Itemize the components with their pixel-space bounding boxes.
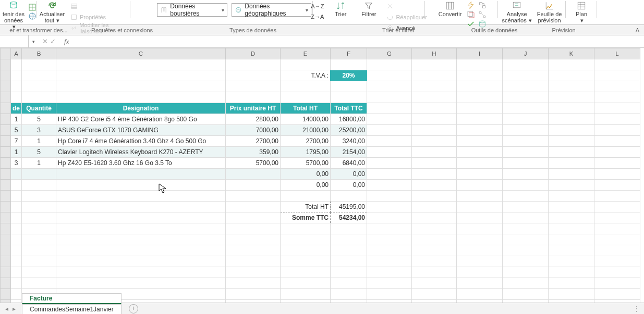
tab-nav-last-icon[interactable]: ▸ xyxy=(13,305,16,312)
cell[interactable] xyxy=(367,191,412,202)
cell[interactable] xyxy=(503,245,549,256)
forecast-sheet-button[interactable]: Feuille deprévision xyxy=(535,1,564,23)
cell[interactable] xyxy=(226,234,281,245)
cell-des[interactable]: Clavier Logitech Wireless Keyboard K270 … xyxy=(56,147,226,158)
cell[interactable] xyxy=(331,245,367,256)
row-header[interactable] xyxy=(1,147,11,158)
header-des[interactable]: Désignation xyxy=(56,103,226,114)
row-header[interactable] xyxy=(1,158,11,169)
cell[interactable] xyxy=(412,267,457,278)
sheet-tab[interactable]: CommandesSemaine1Janvier xyxy=(22,304,121,314)
cell[interactable] xyxy=(412,278,457,289)
cell[interactable] xyxy=(367,92,412,103)
cell[interactable] xyxy=(594,92,640,103)
cell[interactable] xyxy=(412,81,457,92)
col-header-A[interactable]: A xyxy=(11,48,22,59)
row-header[interactable] xyxy=(1,191,11,202)
total-ht-value[interactable]: 45195,00 xyxy=(331,202,367,212)
total-ttc-label[interactable]: Somme TTC xyxy=(281,212,331,223)
cell[interactable] xyxy=(457,59,503,70)
sort-button[interactable]: Trier xyxy=(327,1,354,17)
formula-input[interactable] xyxy=(73,35,644,47)
cell[interactable] xyxy=(503,234,549,245)
cell[interactable] xyxy=(56,267,226,278)
advanced-filter-button[interactable]: Avancé xyxy=(384,23,429,33)
header-ttc[interactable]: Total TTC xyxy=(331,103,367,114)
row-header[interactable] xyxy=(1,267,11,278)
sheet-tab[interactable]: Facture xyxy=(22,293,121,304)
cell[interactable] xyxy=(281,256,331,267)
row-header[interactable] xyxy=(1,169,11,180)
cell[interactable] xyxy=(226,59,281,70)
cell[interactable] xyxy=(22,59,56,70)
cell[interactable] xyxy=(56,278,226,289)
cell[interactable] xyxy=(281,59,331,70)
row-header[interactable] xyxy=(1,245,11,256)
row-header[interactable] xyxy=(1,92,11,103)
refresh-all-button[interactable]: Actualisertout ▾ xyxy=(38,1,66,23)
cell[interactable] xyxy=(594,234,640,245)
cell[interactable] xyxy=(594,59,640,70)
cell[interactable] xyxy=(11,92,22,103)
cell[interactable] xyxy=(331,289,367,300)
row-header[interactable] xyxy=(1,180,11,191)
cell[interactable] xyxy=(594,278,640,289)
cell[interactable] xyxy=(281,267,331,278)
cell-ttc[interactable]: 6840,00 xyxy=(331,158,367,169)
sheet-icon[interactable] xyxy=(28,3,37,11)
cell[interactable] xyxy=(226,267,281,278)
cell[interactable] xyxy=(549,81,594,92)
cell-des[interactable]: HP 430 G2 Core i5 4 éme Génération 8go 5… xyxy=(56,114,226,125)
cell[interactable] xyxy=(22,223,56,234)
select-all-cell[interactable] xyxy=(1,48,11,59)
cell[interactable] xyxy=(56,81,226,92)
cell-code[interactable]: 1 xyxy=(11,147,22,158)
datamodel-icon[interactable] xyxy=(478,20,487,28)
cell[interactable] xyxy=(281,245,331,256)
cell-des[interactable]: Hp Core i7 4 éme Générattion 3.40 Ghz 4 … xyxy=(56,136,226,147)
cell[interactable] xyxy=(594,256,640,267)
cell[interactable] xyxy=(281,223,331,234)
cell[interactable] xyxy=(281,92,331,103)
cell[interactable] xyxy=(281,234,331,245)
cell[interactable] xyxy=(367,234,412,245)
cell[interactable] xyxy=(457,234,503,245)
cell-tht[interactable]: 2700,00 xyxy=(281,136,331,147)
total-ht-label[interactable]: Total HT xyxy=(281,202,331,212)
cell-code[interactable]: 5 xyxy=(11,125,22,136)
cell[interactable] xyxy=(56,92,226,103)
cell[interactable] xyxy=(594,289,640,300)
cell[interactable] xyxy=(367,267,412,278)
cell[interactable] xyxy=(367,59,412,70)
col-header-B[interactable]: B xyxy=(22,48,56,59)
geo-datatype-button[interactable]: Données géographiques xyxy=(232,3,311,17)
cell[interactable] xyxy=(503,278,549,289)
cell[interactable] xyxy=(367,223,412,234)
cell-tht[interactable]: 1795,00 xyxy=(281,147,331,158)
cell[interactable] xyxy=(22,234,56,245)
dedup-icon[interactable] xyxy=(467,10,475,19)
cell[interactable] xyxy=(331,59,367,70)
cell[interactable] xyxy=(226,278,281,289)
row-header[interactable] xyxy=(1,125,11,136)
cell-code[interactable]: 7 xyxy=(11,136,22,147)
name-box[interactable] xyxy=(0,35,29,47)
cell[interactable] xyxy=(594,81,640,92)
cell[interactable] xyxy=(457,278,503,289)
cell[interactable] xyxy=(22,191,56,202)
row-header[interactable] xyxy=(1,278,11,289)
cell-des[interactable]: ASUS GeForce GTX 1070 GAMING xyxy=(56,125,226,136)
cell[interactable] xyxy=(549,267,594,278)
col-header-C[interactable]: C xyxy=(56,48,226,59)
cell-tht[interactable]: 21000,00 xyxy=(281,125,331,136)
cell[interactable] xyxy=(56,191,226,202)
cell[interactable] xyxy=(331,92,367,103)
cell[interactable] xyxy=(503,92,549,103)
cell[interactable] xyxy=(22,92,56,103)
flash-fill-icon[interactable] xyxy=(467,1,475,9)
cell[interactable] xyxy=(226,245,281,256)
header-qty[interactable]: Quantité xyxy=(22,103,56,114)
cell[interactable] xyxy=(56,245,226,256)
cell[interactable] xyxy=(457,289,503,300)
cell-pu[interactable]: 2800,00 xyxy=(226,114,281,125)
